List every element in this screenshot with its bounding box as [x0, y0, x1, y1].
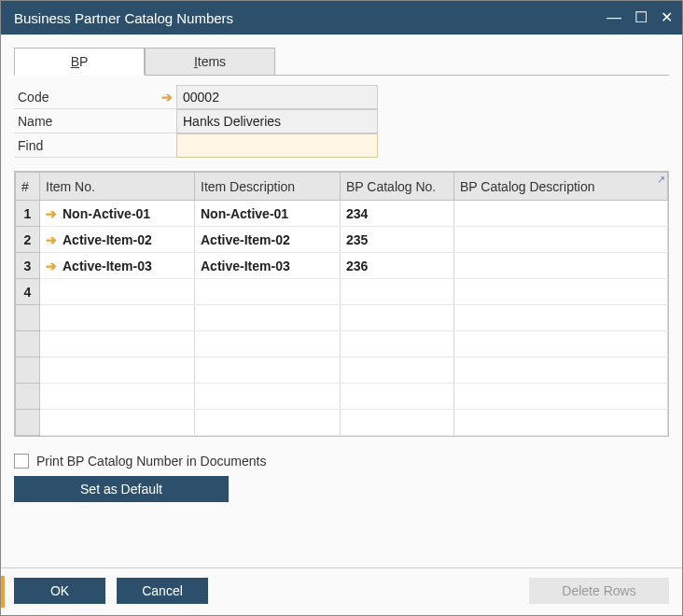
row-code: Code ➔ [14, 85, 669, 109]
tab-strip: BP Items [14, 48, 669, 76]
cell-bp-cat-desc[interactable] [454, 201, 668, 227]
cell-item-no[interactable] [40, 357, 195, 384]
ok-button[interactable]: OK [14, 578, 105, 604]
window-controls: — ☐ ✕ [606, 10, 673, 25]
print-checkbox-label: Print BP Catalog Number in Documents [36, 454, 266, 469]
footer-accent [1, 576, 5, 608]
cell-item-desc[interactable] [195, 331, 341, 357]
link-arrow-icon[interactable]: ➔ [161, 90, 173, 105]
cell-item-desc[interactable]: Active-Item-03 [195, 253, 341, 279]
cell-item-desc[interactable] [195, 410, 341, 436]
row-number[interactable]: 4 [16, 279, 40, 305]
cell-item-no[interactable]: ➔Active-Item-03 [40, 253, 195, 279]
table-row[interactable] [16, 410, 668, 436]
minimize-icon[interactable]: — [606, 10, 621, 25]
expand-icon[interactable]: ↗ [657, 174, 665, 186]
header-item-no[interactable]: Item No. [40, 173, 195, 201]
link-arrow-icon[interactable]: ➔ [46, 232, 57, 247]
table-row[interactable] [16, 384, 668, 410]
row-find: Find [14, 133, 669, 158]
cell-item-no[interactable] [40, 384, 195, 410]
window: Business Partner Catalog Numbers — ☐ ✕ B… [0, 0, 683, 616]
cell-bp-cat-no[interactable] [341, 279, 454, 305]
cell-bp-cat-desc[interactable] [454, 384, 668, 410]
label-find: Find [14, 133, 176, 158]
print-checkbox[interactable] [14, 454, 29, 469]
cell-item-desc[interactable] [195, 305, 341, 331]
header-num[interactable]: # [16, 173, 40, 201]
set-default-button[interactable]: Set as Default [14, 476, 229, 502]
cell-item-desc[interactable] [195, 279, 341, 305]
cell-item-desc[interactable]: Non-Active-01 [195, 201, 341, 227]
table-row[interactable] [16, 305, 668, 331]
grid-container: ↗ # Item No. Item Description BP Catalog… [14, 171, 669, 437]
cell-item-no[interactable] [40, 279, 195, 305]
label-name: Name [14, 109, 176, 133]
cancel-button[interactable]: Cancel [117, 578, 208, 604]
cell-bp-cat-desc[interactable] [454, 279, 668, 305]
table-row[interactable]: 2➔Active-Item-02Active-Item-02235 [16, 227, 668, 253]
header-item-desc[interactable]: Item Description [195, 173, 341, 201]
titlebar: Business Partner Catalog Numbers — ☐ ✕ [1, 1, 682, 35]
link-arrow-icon[interactable]: ➔ [46, 259, 57, 273]
row-number[interactable] [16, 410, 40, 436]
delete-rows-button[interactable]: Delete Rows [529, 578, 669, 604]
table-row[interactable] [16, 357, 668, 384]
tab-body: Code ➔ Name Find ↗ [14, 75, 669, 502]
cell-bp-cat-no[interactable] [341, 305, 454, 331]
cell-bp-cat-desc[interactable] [454, 305, 668, 331]
input-find[interactable] [176, 133, 378, 158]
cell-item-no[interactable] [40, 410, 195, 436]
table-row[interactable]: 4 [16, 279, 668, 305]
cell-bp-cat-desc[interactable] [454, 227, 668, 253]
set-default-row: Set as Default [14, 476, 669, 502]
input-code[interactable] [176, 85, 378, 109]
footer: OK Cancel Delete Rows [1, 567, 682, 615]
input-name[interactable] [176, 109, 378, 133]
cell-item-desc[interactable] [195, 384, 341, 410]
cell-bp-cat-no[interactable]: 235 [341, 227, 454, 253]
cell-bp-cat-no[interactable] [341, 357, 454, 384]
row-name: Name [14, 109, 669, 133]
link-arrow-icon[interactable]: ➔ [46, 206, 57, 221]
print-checkbox-row: Print BP Catalog Number in Documents [14, 454, 669, 469]
table-row[interactable]: 1➔Non-Active-01Non-Active-01234 [16, 201, 668, 227]
cell-item-no[interactable] [40, 331, 195, 357]
window-title: Business Partner Catalog Numbers [14, 10, 233, 26]
row-number[interactable]: 3 [16, 253, 40, 279]
grid-header-row: # Item No. Item Description BP Catalog N… [16, 173, 668, 201]
cell-bp-cat-desc[interactable] [454, 331, 668, 357]
row-number[interactable] [16, 357, 40, 384]
label-code: Code ➔ [14, 85, 176, 109]
catalog-grid: # Item No. Item Description BP Catalog N… [15, 172, 668, 436]
cell-item-no[interactable]: ➔Active-Item-02 [40, 227, 195, 253]
row-number[interactable]: 1 [16, 201, 40, 227]
cell-bp-cat-no[interactable]: 236 [341, 253, 454, 279]
cell-bp-cat-desc[interactable] [454, 357, 668, 384]
cell-bp-cat-no[interactable] [341, 331, 454, 357]
cell-bp-cat-no[interactable]: 234 [341, 201, 454, 227]
cell-bp-cat-no[interactable] [341, 384, 454, 410]
cell-item-desc[interactable]: Active-Item-02 [195, 227, 341, 253]
row-number[interactable]: 2 [16, 227, 40, 253]
close-icon[interactable]: ✕ [661, 10, 673, 25]
tab-items[interactable]: Items [145, 48, 275, 76]
cell-bp-cat-desc[interactable] [454, 410, 668, 436]
cell-bp-cat-no[interactable] [341, 410, 454, 436]
table-row[interactable] [16, 331, 668, 357]
header-bp-cat-desc[interactable]: BP Catalog Description [454, 173, 668, 201]
content-area: BP Items Code ➔ Name [1, 35, 682, 567]
row-number[interactable] [16, 331, 40, 357]
row-number[interactable] [16, 305, 40, 331]
row-number[interactable] [16, 384, 40, 410]
cell-item-desc[interactable] [195, 357, 341, 384]
header-bp-cat-no[interactable]: BP Catalog No. [341, 173, 454, 201]
maximize-icon[interactable]: ☐ [634, 10, 648, 25]
tab-bp[interactable]: BP [14, 48, 145, 76]
cell-bp-cat-desc[interactable] [454, 253, 668, 279]
cell-item-no[interactable] [40, 305, 195, 331]
table-row[interactable]: 3➔Active-Item-03Active-Item-03236 [16, 253, 668, 279]
cell-item-no[interactable]: ➔Non-Active-01 [40, 201, 195, 227]
